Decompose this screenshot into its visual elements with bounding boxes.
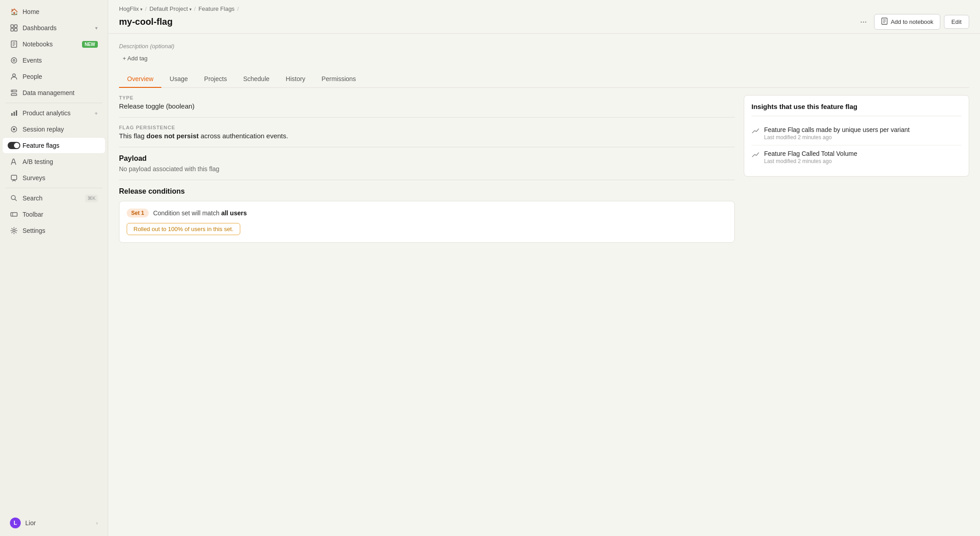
- type-divider: [119, 117, 735, 118]
- payload-divider: [119, 180, 735, 180]
- svg-rect-1: [14, 25, 17, 27]
- sidebar-item-user[interactable]: L Lior ›: [3, 514, 105, 532]
- persistence-divider: [119, 147, 735, 147]
- svg-point-8: [11, 58, 17, 63]
- tab-usage[interactable]: Usage: [161, 71, 196, 88]
- main-content: HogFlix / Default Project / Feature Flag…: [108, 0, 980, 536]
- sidebar-item-settings[interactable]: Settings: [3, 223, 105, 238]
- type-label: TYPE: [119, 95, 735, 100]
- insights-box: Insights that use this feature flag Feat…: [744, 95, 969, 177]
- insight-details-1: Feature Flag Called Total Volume Last mo…: [764, 150, 857, 164]
- product-analytics-icon: [10, 109, 18, 117]
- surveys-icon: [10, 174, 18, 182]
- svg-rect-15: [14, 112, 15, 116]
- set-badge: Set 1: [127, 209, 149, 218]
- svg-rect-14: [11, 113, 13, 116]
- sidebar-item-toolbar[interactable]: Toolbar: [3, 207, 105, 222]
- breadcrumb-project[interactable]: Default Project: [149, 5, 191, 12]
- notebook-icon: [881, 18, 888, 26]
- events-icon: [10, 56, 18, 64]
- condition-text: Condition set will match all users: [153, 209, 247, 217]
- insight-details-0: Feature Flag calls made by unique users …: [764, 126, 910, 141]
- insight-item-1[interactable]: Feature Flag Called Total Volume Last mo…: [751, 145, 962, 169]
- dashboards-chevron: ▾: [95, 25, 98, 31]
- insight-trend-icon-0: [751, 127, 760, 137]
- breadcrumb: HogFlix / Default Project / Feature Flag…: [119, 5, 969, 12]
- sidebar-item-feature-flags[interactable]: Feature flags: [3, 138, 105, 153]
- right-column: Insights that use this feature flag Feat…: [744, 95, 969, 248]
- svg-rect-2: [11, 28, 14, 31]
- insight-trend-icon-1: [751, 151, 760, 161]
- tab-permissions[interactable]: Permissions: [313, 71, 364, 88]
- user-avatar: L: [10, 518, 21, 528]
- ab-testing-icon: [10, 158, 18, 166]
- page-title: my-cool-flag: [119, 17, 173, 27]
- dashboards-icon: [10, 24, 18, 32]
- svg-rect-11: [11, 90, 17, 92]
- sidebar-item-home[interactable]: 🏠 Home: [3, 4, 105, 19]
- flag-persistence-value: This flag does not persist across authen…: [119, 132, 735, 140]
- tab-history[interactable]: History: [278, 71, 314, 88]
- svg-rect-16: [16, 110, 17, 116]
- condition-row: Set 1 Condition set will match all users: [127, 209, 727, 218]
- content-area: Description (optional) + Add tag Overvie…: [108, 34, 980, 536]
- add-tag-button[interactable]: + Add tag: [119, 53, 151, 64]
- sidebar-divider-2: [5, 188, 102, 188]
- release-conditions-title: Release conditions: [119, 187, 735, 195]
- breadcrumb-feature-flags[interactable]: Feature Flags: [198, 5, 234, 12]
- tabs-bar: Overview Usage Projects Schedule History…: [119, 71, 969, 88]
- payload-empty: No payload associated with this flag: [119, 165, 735, 173]
- product-analytics-plus[interactable]: +: [94, 110, 98, 117]
- edit-button[interactable]: Edit: [944, 15, 969, 29]
- condition-box: Set 1 Condition set will match all users…: [119, 201, 735, 243]
- add-to-notebook-button[interactable]: Add to notebook: [874, 14, 940, 30]
- sidebar-item-session-replay[interactable]: Session replay: [3, 122, 105, 137]
- home-icon: 🏠: [10, 8, 18, 16]
- insights-title: Insights that use this feature flag: [751, 103, 962, 116]
- svg-rect-12: [11, 94, 17, 95]
- toggle-icon: [8, 142, 20, 149]
- session-replay-icon: [10, 125, 18, 133]
- left-column: TYPE Release toggle (boolean) FLAG PERSI…: [119, 95, 735, 248]
- sidebar: 🏠 Home Dashboards ▾ Notebooks NEW Events…: [0, 0, 108, 536]
- svg-point-23: [13, 230, 15, 232]
- toolbar-icon: [10, 210, 18, 218]
- feature-flags-icon: [10, 141, 18, 150]
- sidebar-divider-1: [5, 103, 102, 103]
- sidebar-item-data-management[interactable]: Data management: [3, 85, 105, 100]
- sidebar-item-surveys[interactable]: Surveys: [3, 170, 105, 186]
- search-shortcut: ⌘K: [85, 195, 98, 202]
- sidebar-item-product-analytics[interactable]: Product analytics +: [3, 105, 105, 121]
- settings-icon: [10, 227, 18, 235]
- people-icon: [10, 73, 18, 81]
- svg-rect-0: [11, 25, 14, 27]
- type-value: Release toggle (boolean): [119, 102, 735, 110]
- tab-schedule[interactable]: Schedule: [235, 71, 277, 88]
- svg-rect-21: [11, 213, 17, 216]
- notebooks-badge: NEW: [82, 41, 98, 48]
- svg-point-10: [13, 74, 15, 77]
- page-header: HogFlix / Default Project / Feature Flag…: [108, 0, 980, 34]
- svg-rect-19: [11, 175, 17, 180]
- svg-point-9: [13, 59, 15, 61]
- sidebar-item-notebooks[interactable]: Notebooks NEW: [3, 36, 105, 52]
- tab-overview[interactable]: Overview: [119, 71, 161, 88]
- tab-projects[interactable]: Projects: [196, 71, 235, 88]
- svg-point-18: [13, 128, 15, 131]
- description-label: Description (optional): [119, 43, 969, 50]
- sidebar-item-search[interactable]: Search ⌘K: [3, 191, 105, 206]
- sidebar-item-ab-testing[interactable]: A/B testing: [3, 154, 105, 169]
- breadcrumb-hogflix[interactable]: HogFlix: [119, 5, 142, 12]
- insight-item-0[interactable]: Feature Flag calls made by unique users …: [751, 122, 962, 145]
- sidebar-item-events[interactable]: Events: [3, 53, 105, 68]
- sidebar-item-dashboards[interactable]: Dashboards ▾: [3, 20, 105, 36]
- svg-rect-3: [14, 28, 17, 31]
- notebooks-icon: [10, 40, 18, 48]
- overview-columns: TYPE Release toggle (boolean) FLAG PERSI…: [119, 95, 969, 248]
- user-chevron: ›: [96, 520, 98, 526]
- payload-title: Payload: [119, 154, 735, 163]
- header-actions: ··· Add to notebook Edit: [856, 14, 969, 30]
- flag-persistence-label: FLAG PERSISTENCE: [119, 125, 735, 130]
- sidebar-item-people[interactable]: People: [3, 69, 105, 84]
- more-options-button[interactable]: ···: [856, 15, 870, 28]
